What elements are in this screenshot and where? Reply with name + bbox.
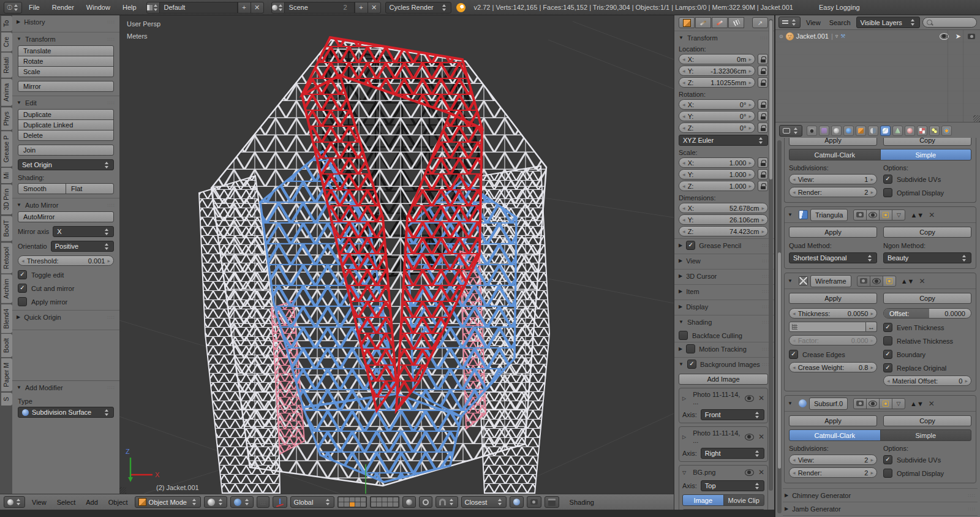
- scale-z-field[interactable]: Z:1.000: [679, 181, 755, 191]
- rotation-mode-select[interactable]: XYZ Euler: [679, 135, 768, 146]
- cage-toggle-icon[interactable]: ▽: [892, 209, 905, 221]
- manipulator-toggle[interactable]: [273, 496, 287, 508]
- tab-relations[interactable]: Relati: [1, 53, 12, 78]
- tab-paper-model[interactable]: Paper M: [1, 358, 12, 391]
- join-button[interactable]: Join: [18, 145, 114, 156]
- move-up-icon[interactable]: ▲: [901, 277, 908, 285]
- tab-grease-pencil[interactable]: Grease P: [1, 131, 12, 167]
- menu-add[interactable]: Add: [82, 499, 102, 506]
- tab-boolt[interactable]: Boolt: [1, 334, 12, 357]
- visibility-toggle-icon[interactable]: [866, 209, 880, 221]
- panel-auto-mirror-header[interactable]: ▼Auto Mirror::::: [12, 198, 119, 211]
- apply-mirror-checkbox[interactable]: [18, 297, 27, 306]
- lock-icon[interactable]: [758, 181, 768, 191]
- copy-button[interactable]: Copy: [883, 138, 971, 146]
- knife-tool-icon[interactable]: [712, 17, 728, 28]
- crease-edges-checkbox[interactable]: ✓: [789, 350, 798, 359]
- dimension-z-field[interactable]: Z:74.423cm: [679, 226, 768, 236]
- scale-x-field[interactable]: X:1.000: [679, 157, 755, 168]
- optimal-display-checkbox[interactable]: [883, 188, 892, 197]
- close-icon[interactable]: ✕: [758, 468, 764, 477]
- outliner-item-jacket[interactable]: ⊙ ▽ Jacket.001 | ▿ ⚒ ➤: [775, 30, 980, 42]
- material-icon[interactable]: [905, 126, 915, 136]
- tab-blend4[interactable]: Blend4: [1, 304, 12, 333]
- panel-jamb-generator[interactable]: ▶Jamb Generator::::: [783, 502, 978, 515]
- layout-add-button[interactable]: +: [238, 2, 251, 13]
- motion-tracking-section[interactable]: ▶Motion Tracking::::: [674, 342, 774, 355]
- lock-icon[interactable]: [758, 123, 768, 133]
- duplicate-linked-button[interactable]: Duplicate Linked: [18, 119, 114, 130]
- 3d-viewport[interactable]: User Persp Meters (2) Jacket.001 X Z: [119, 15, 674, 494]
- tab-s[interactable]: S: [1, 393, 12, 406]
- collapse-icon[interactable]: ▽: [682, 470, 686, 475]
- scale-y-field[interactable]: Y:1.000: [679, 169, 755, 179]
- render-layers-icon[interactable]: [819, 126, 829, 136]
- pivot-point-select[interactable]: [230, 496, 254, 508]
- snap-toggle-button[interactable]: [435, 496, 458, 508]
- expand-dot-icon[interactable]: ⊙: [779, 34, 783, 39]
- outliner-menu-view[interactable]: View: [803, 19, 824, 26]
- dimension-y-field[interactable]: Y:26.106cm: [679, 214, 768, 225]
- editmode-toggle-icon[interactable]: [883, 276, 896, 287]
- properties-editor-type-button[interactable]: [779, 125, 802, 137]
- orientation-select[interactable]: Global: [290, 496, 334, 508]
- npanel-transform-header[interactable]: ▼Transform::::: [679, 31, 768, 44]
- delete-modifier-icon[interactable]: ✕: [919, 277, 925, 285]
- catmull-clark-tab[interactable]: Catmull-Clark: [789, 429, 881, 441]
- apply-button[interactable]: Apply: [789, 415, 877, 426]
- offset-slider[interactable]: Offset:0.0000: [883, 308, 971, 319]
- ngon-method-select[interactable]: Beauty: [883, 252, 971, 263]
- editmode-toggle-icon[interactable]: [879, 209, 892, 221]
- selectability-cursor-icon[interactable]: ➤: [956, 32, 961, 40]
- simple-tab[interactable]: Simple: [880, 149, 972, 160]
- modifier-name-field[interactable]: Wireframe: [810, 275, 851, 287]
- scene-properties-icon[interactable]: [831, 126, 842, 136]
- render-toggle-icon[interactable]: [857, 276, 870, 287]
- lock-icon[interactable]: [758, 99, 768, 110]
- layers-grid-1[interactable]: [337, 496, 367, 508]
- mirror-axis-select[interactable]: X: [53, 226, 114, 237]
- panel-chimney-generator[interactable]: ▶Chimney Generator::::: [783, 488, 978, 502]
- tab-tools[interactable]: To: [1, 16, 12, 31]
- duplicate-button[interactable]: Duplicate: [18, 109, 114, 120]
- panel-history-header[interactable]: ▶History::::: [12, 15, 119, 28]
- vertex-group-field[interactable]: [789, 322, 866, 332]
- eye-icon[interactable]: [745, 434, 754, 440]
- simple-tab[interactable]: Simple: [880, 429, 972, 441]
- proportional-edit-button[interactable]: [402, 496, 416, 508]
- pivot-align-toggle[interactable]: [257, 496, 270, 508]
- scene-close-button[interactable]: ✕: [368, 2, 381, 13]
- subdivide-uvs-checkbox[interactable]: ✓: [883, 175, 892, 184]
- location-y-field[interactable]: Y:-1.32306cm: [679, 66, 755, 76]
- delete-modifier-icon[interactable]: ✕: [929, 211, 935, 219]
- set-origin-select[interactable]: Set Origin: [18, 159, 114, 170]
- menu-view[interactable]: View: [28, 499, 50, 506]
- outliner-search-input[interactable]: [922, 17, 977, 28]
- delete-button[interactable]: Delete: [18, 130, 114, 141]
- snap-ring-button[interactable]: [419, 496, 432, 508]
- region-corner-handle[interactable]: [973, 115, 980, 122]
- modifier-name-field[interactable]: Subsurf.0: [809, 398, 848, 410]
- tab-animation[interactable]: Anima: [1, 79, 12, 106]
- move-up-icon[interactable]: ▲: [910, 400, 917, 407]
- comb-tool-icon[interactable]: [728, 17, 744, 28]
- shade-flat-button[interactable]: Flat: [66, 183, 114, 194]
- rotation-z-field[interactable]: Z:0°: [679, 123, 755, 133]
- subdiv-render-field[interactable]: Render:2: [789, 467, 877, 478]
- menu-object[interactable]: Object: [105, 499, 132, 506]
- lock-icon[interactable]: [758, 77, 768, 88]
- backface-culling-checkbox[interactable]: [679, 331, 688, 340]
- thickness-field[interactable]: Thickness:0.0050: [789, 308, 877, 319]
- 3d-cursor-section[interactable]: ▶3D Cursor::::: [674, 269, 774, 282]
- close-icon[interactable]: ✕: [758, 394, 764, 402]
- collapse-icon[interactable]: ▼: [788, 401, 793, 406]
- npanel-scrollbar[interactable]: [769, 19, 773, 491]
- cut-and-mirror-checkbox[interactable]: ✓: [18, 284, 27, 293]
- factor-field[interactable]: Factor:0.000: [789, 335, 877, 345]
- orientation-select[interactable]: Positive: [51, 241, 114, 252]
- rotate-button[interactable]: Rotate: [18, 56, 114, 67]
- render-engine-select[interactable]: Cycles Render: [385, 2, 451, 13]
- layout-close-button[interactable]: ✕: [251, 2, 264, 13]
- object-properties-icon[interactable]: [856, 126, 866, 136]
- image-browse-icon[interactable]: [682, 509, 697, 510]
